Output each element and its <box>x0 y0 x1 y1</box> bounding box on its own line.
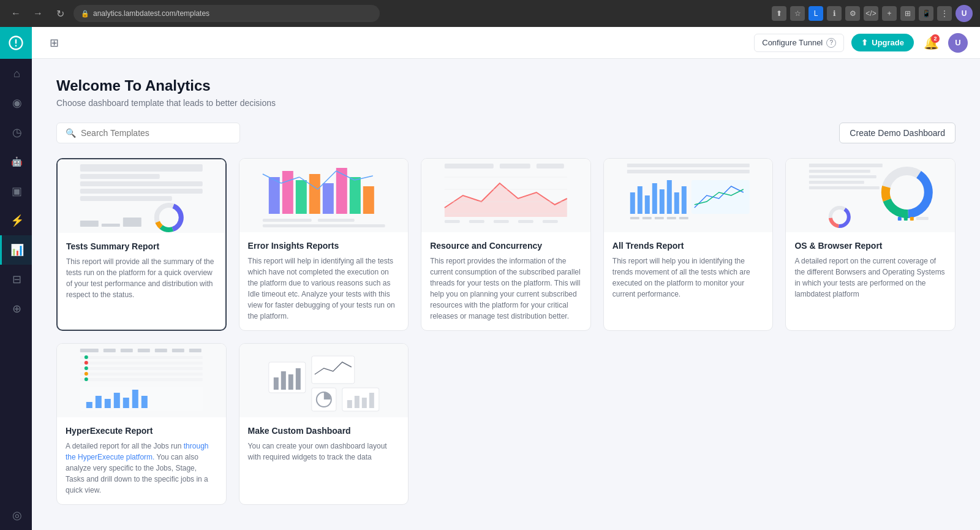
ext-menu[interactable]: ⋮ <box>937 6 952 21</box>
notification-badge: 2 <box>931 34 940 43</box>
svg-rect-59 <box>809 170 870 173</box>
ext-apps[interactable]: ⊞ <box>900 6 915 21</box>
sidebar-item-settings[interactable]: ◎ <box>0 501 32 530</box>
card-preview-hyperexecute <box>57 344 226 417</box>
url-bar[interactable]: 🔒 analytics.lambdatest.com/templates <box>74 5 380 22</box>
svg-rect-80 <box>189 349 202 352</box>
card-preview-custom-dashboard <box>239 344 409 417</box>
svg-rect-55 <box>655 217 664 219</box>
sidebar-item-analytics[interactable]: 📊 <box>0 235 32 265</box>
template-card-os-browser[interactable]: OS & Browser Report A detailed report on… <box>785 158 956 331</box>
sidebar-item-layers[interactable]: ⊟ <box>0 265 32 294</box>
svg-rect-92 <box>86 402 92 408</box>
ext-star[interactable]: ☆ <box>790 6 805 21</box>
forward-button[interactable]: → <box>29 5 47 22</box>
card-body-os-browser: OS & Browser Report A detailed report on… <box>786 232 955 308</box>
ext-plus[interactable]: + <box>882 6 897 21</box>
back-button[interactable]: ← <box>7 5 24 22</box>
svg-rect-40 <box>500 164 530 168</box>
svg-rect-39 <box>445 164 494 168</box>
template-card-custom-dashboard[interactable]: Make Custom Dashboard You can create you… <box>239 343 409 505</box>
user-avatar[interactable]: U <box>948 33 968 53</box>
svg-rect-82 <box>80 362 203 365</box>
svg-rect-48 <box>660 189 665 214</box>
svg-point-86 <box>85 355 88 359</box>
sidebar-item-lightning[interactable]: ⚡ <box>0 206 32 235</box>
ext-lt[interactable]: L <box>809 6 823 21</box>
upgrade-icon: ⬆ <box>861 38 868 47</box>
card-title-resource-concurrency: Resource and Concurrency <box>430 241 582 251</box>
template-card-error-insights[interactable]: Error Insights Reports This report will … <box>239 158 409 331</box>
configure-tunnel-label: Configure Tunnel <box>762 38 823 47</box>
svg-rect-1 <box>80 174 160 179</box>
hyperexecute-link: through the HyperExecute platform. <box>66 442 208 461</box>
upgrade-button[interactable]: ⬆ Upgrade <box>851 34 914 51</box>
svg-rect-38 <box>543 220 558 223</box>
configure-tunnel-button[interactable]: Configure Tunnel ? <box>754 34 844 52</box>
search-box[interactable]: 🔍 <box>56 123 240 143</box>
ext-phone[interactable]: 📱 <box>919 6 933 21</box>
svg-rect-11 <box>123 218 141 227</box>
template-card-all-trends[interactable]: All Trends Report This report will help … <box>603 158 774 331</box>
svg-rect-71 <box>904 217 908 221</box>
browser-extensions: ⬆ ☆ L ℹ ⚙ </> + ⊞ 📱 ⋮ U <box>772 5 973 22</box>
help-icon: ? <box>826 38 836 48</box>
browser-user-avatar[interactable]: U <box>956 5 973 22</box>
card-body-error-insights: Error Insights Reports This report will … <box>239 232 409 330</box>
search-input[interactable] <box>81 128 231 138</box>
card-desc-error-insights: This report will help in identifying all… <box>248 256 400 322</box>
sidebar-item-monitor[interactable]: ◉ <box>0 88 32 118</box>
ext-info[interactable]: ℹ <box>827 6 842 21</box>
grid-view-button[interactable]: ⊞ <box>44 33 64 53</box>
sidebar-item-home[interactable]: ⌂ <box>0 59 32 88</box>
svg-rect-51 <box>682 186 687 214</box>
svg-rect-103 <box>295 368 300 390</box>
card-title-all-trends: All Trends Report <box>612 241 764 251</box>
svg-point-89 <box>85 372 88 376</box>
svg-rect-10 <box>102 224 120 227</box>
sidebar-item-add[interactable]: ⊕ <box>0 294 32 324</box>
template-card-resource-concurrency[interactable]: Resource and Concurrency This report pro… <box>421 158 591 331</box>
svg-rect-110 <box>361 398 366 408</box>
card-preview-resource-concurrency <box>421 159 590 232</box>
sidebar-logo[interactable] <box>0 27 32 59</box>
ext-puzzle[interactable]: ⚙ <box>845 6 860 21</box>
ext-code[interactable]: </> <box>864 6 878 21</box>
svg-rect-42 <box>627 164 750 167</box>
card-desc-all-trends: This report will help you in identifying… <box>612 256 764 300</box>
template-card-tests-summary[interactable]: Tests Summary Report This report will pr… <box>56 158 227 331</box>
toolbar: 🔍 Create Demo Dashboard <box>56 123 956 143</box>
card-body-all-trends: All Trends Report This report will help … <box>604 232 773 308</box>
svg-rect-18 <box>349 177 360 214</box>
create-demo-button[interactable]: Create Demo Dashboard <box>839 123 956 143</box>
ext-share[interactable]: ⬆ <box>772 6 786 21</box>
sidebar-item-bookmark[interactable]: ▣ <box>0 176 32 206</box>
svg-rect-94 <box>105 399 111 408</box>
sidebar-item-robot[interactable]: 🤖 <box>0 147 32 176</box>
card-desc-hyperexecute: A detailed report for all the Jobs run t… <box>66 441 217 496</box>
svg-rect-20 <box>262 219 311 222</box>
card-body-custom-dashboard: Make Custom Dashboard You can create you… <box>239 417 409 471</box>
card-title-custom-dashboard: Make Custom Dashboard <box>248 426 400 436</box>
svg-rect-45 <box>638 186 643 214</box>
sidebar-item-history[interactable]: ◷ <box>0 118 32 147</box>
refresh-button[interactable]: ↻ <box>51 5 69 22</box>
browser-chrome: ← → ↻ 🔒 analytics.lambdatest.com/templat… <box>0 0 980 27</box>
svg-rect-72 <box>910 217 914 221</box>
svg-rect-84 <box>80 373 203 376</box>
svg-rect-97 <box>132 390 138 408</box>
svg-rect-83 <box>80 367 203 370</box>
template-grid-row2: HyperExecute Report A detailed report fo… <box>56 343 956 505</box>
svg-rect-53 <box>630 217 639 219</box>
svg-rect-47 <box>652 183 657 214</box>
svg-rect-4 <box>80 196 172 201</box>
card-title-hyperexecute: HyperExecute Report <box>66 426 217 436</box>
svg-rect-36 <box>494 220 509 223</box>
notification-button[interactable]: 🔔 2 <box>921 33 941 53</box>
svg-rect-95 <box>114 393 120 408</box>
svg-rect-50 <box>674 192 679 214</box>
template-card-hyperexecute[interactable]: HyperExecute Report A detailed report fo… <box>56 343 227 505</box>
svg-rect-81 <box>80 356 203 359</box>
top-nav: ⊞ Configure Tunnel ? ⬆ Upgrade 🔔 2 U <box>32 27 980 59</box>
svg-rect-102 <box>288 374 293 390</box>
